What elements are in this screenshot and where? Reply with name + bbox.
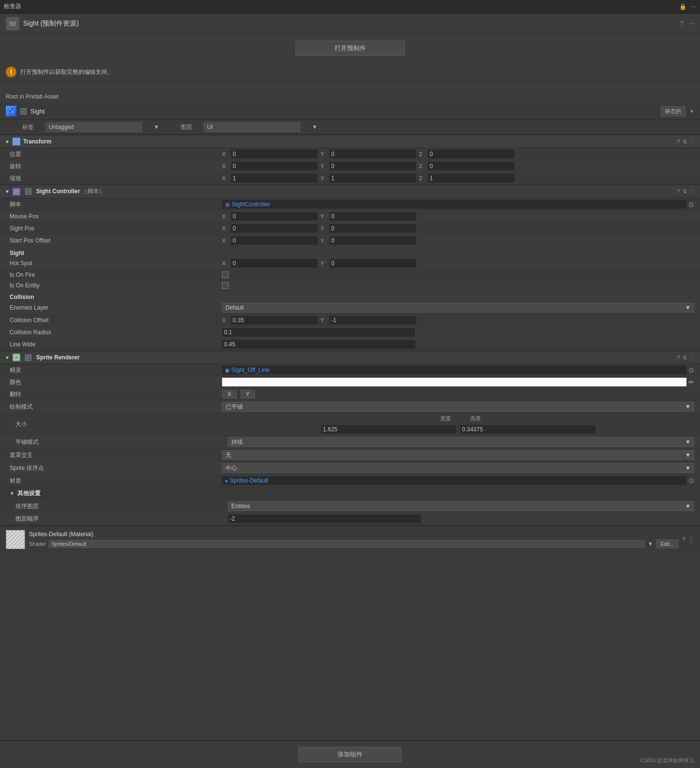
color-label: 颜色 [10, 378, 222, 386]
sight-pos-x[interactable] [231, 224, 318, 233]
scale-z[interactable] [428, 174, 515, 183]
sight-controller-help-icon[interactable]: ? [677, 188, 680, 195]
other-settings-collapse-icon[interactable]: ▼ [10, 491, 14, 496]
sorting-layer-dropdown[interactable]: Entities ▼ [228, 501, 694, 511]
sight-pos-y[interactable] [329, 224, 416, 233]
sight-pos-row: Sight Pos X Y [0, 223, 700, 235]
transform-more-icon[interactable]: ⋮ [690, 139, 695, 145]
script-select-icon[interactable]: ⊙ [688, 200, 694, 208]
tile-mode-dropdown[interactable]: 持续 ▼ [228, 437, 694, 447]
transform-help-icon[interactable]: ? [677, 139, 680, 145]
scale-x[interactable] [231, 174, 318, 183]
start-pos-offset-x[interactable] [231, 236, 318, 245]
sight-object-row: Sight 静态的 ▼ [0, 103, 700, 120]
static-dropdown-arrow[interactable]: ▼ [689, 109, 694, 114]
more-icon[interactable]: ⋯ [688, 20, 694, 27]
mask-dropdown[interactable]: 无 ▼ [222, 450, 694, 460]
open-prefab-button[interactable]: 打开预制件 [295, 41, 405, 56]
layer-select[interactable]: UI [204, 122, 300, 132]
tag-select[interactable]: Untagged [45, 122, 142, 132]
flip-y-button[interactable]: Y [240, 390, 255, 398]
sight-active-checkbox[interactable] [20, 108, 27, 114]
position-x[interactable] [231, 150, 318, 158]
enemies-layer-label: Enemies Layer [10, 304, 222, 311]
shader-select[interactable]: Sprites/Default [49, 540, 644, 548]
help-icon[interactable]: ? [680, 20, 684, 27]
transform-collapse-icon[interactable]: ▼ [5, 139, 10, 144]
rotation-label: 旋转 [10, 162, 222, 171]
hot-spot-y[interactable] [329, 259, 416, 268]
start-pos-offset-fields: X Y [222, 236, 416, 245]
height-input[interactable] [460, 425, 595, 434]
sight-controller-more-icon[interactable]: ⋮ [690, 188, 695, 195]
collision-offset-x[interactable] [231, 316, 318, 325]
svg-rect-0 [9, 22, 16, 23]
tile-mode-arrow: ▼ [685, 439, 691, 445]
more-icon[interactable]: ⋯ [690, 3, 696, 10]
sprite-select-icon[interactable]: ⊙ [688, 366, 694, 374]
color-field[interactable] [222, 378, 686, 386]
start-pos-offset-y[interactable] [329, 236, 416, 245]
scale-y[interactable] [329, 174, 416, 183]
sprite-renderer-settings-icon[interactable]: ⇅ [683, 355, 687, 361]
width-input[interactable] [321, 425, 456, 434]
sprite-renderer-section-header: ▼ Sprite Renderer ? ⇅ ⋮ [0, 351, 700, 364]
material-select-icon[interactable]: ⊙ [688, 477, 694, 484]
order-label: Sprite 排序点 [10, 464, 222, 472]
rotation-z[interactable] [428, 162, 515, 171]
mouse-pos-x[interactable] [231, 212, 318, 221]
hot-spot-x[interactable] [231, 259, 318, 268]
collision-group-label-row: Collision [0, 291, 700, 301]
sprite-renderer-more-icon[interactable]: ⋮ [690, 355, 695, 361]
sight-controller-collapse-icon[interactable]: ▼ [5, 189, 10, 194]
material-shader-row: Shader Sprites/Default ▼ Edit... [29, 540, 678, 548]
sorting-layer-arrow: ▼ [685, 503, 691, 510]
scale-row: 缩放 X Y Z [0, 172, 700, 185]
position-y[interactable] [329, 150, 416, 158]
sprite-renderer-icon [13, 354, 20, 361]
other-settings-row: ▼ 其他设置 [0, 487, 700, 500]
collision-offset-y[interactable] [329, 316, 416, 325]
material-more-icon[interactable]: ⋮ [688, 536, 694, 543]
rotation-y[interactable] [329, 162, 416, 171]
tile-mode-row: 平铺模式 持续 ▼ [0, 436, 700, 449]
tile-mode-label: 平铺模式 [15, 438, 228, 446]
warning-icon: ! [6, 67, 16, 77]
order-in-layer-input[interactable] [228, 514, 421, 523]
flip-row: 翻转 X Y [0, 388, 700, 400]
material-help-icon[interactable]: ? [682, 536, 686, 543]
material-icon: ● [225, 478, 228, 484]
sight-controller-title: Sight Controller （脚本） [36, 187, 674, 196]
sprite-renderer-active-checkbox[interactable] [25, 355, 31, 361]
enemies-layer-dropdown[interactable]: Default ▼ [222, 303, 694, 313]
collision-radius-label: Collision Radius [10, 329, 222, 336]
scale-fields: X Y Z [222, 174, 515, 183]
sprite-renderer-help-icon[interactable]: ? [677, 355, 680, 361]
rotation-x[interactable] [231, 162, 318, 171]
position-z[interactable] [428, 150, 515, 158]
edit-button[interactable]: Edit... [656, 540, 678, 548]
add-component-button[interactable]: 添加组件 [298, 747, 402, 762]
is-on-entity-checkbox[interactable] [222, 282, 229, 289]
sprite-renderer-collapse-icon[interactable]: ▼ [5, 355, 10, 360]
sight-controller-active-checkbox[interactable] [25, 188, 31, 195]
sight-controller-settings-icon[interactable]: ⇅ [683, 188, 687, 195]
draw-mode-dropdown[interactable]: 已平铺 ▼ [222, 402, 694, 412]
collision-radius-input[interactable] [222, 328, 415, 337]
top-bar-title: 检查器 [4, 2, 21, 11]
order-dropdown[interactable]: 中心 ▼ [222, 463, 694, 473]
mouse-pos-y[interactable] [329, 212, 416, 221]
line-wide-input[interactable] [222, 340, 415, 349]
color-picker-icon[interactable]: ✏ [688, 378, 694, 386]
collision-offset-row: Collision Offset X Y [0, 314, 700, 327]
is-on-fire-checkbox[interactable] [222, 271, 229, 278]
flip-x-button[interactable]: X [222, 390, 237, 398]
lock-icon: 🔒 [679, 3, 686, 10]
tag-layer-row: 标签 Untagged ▼ 图层 UI ▼ [0, 120, 700, 135]
size-label: 大小 [10, 420, 222, 428]
sorting-layer-row: 排序图层 Entities ▼ [0, 500, 700, 513]
transform-settings-icon[interactable]: ⇅ [683, 139, 687, 145]
svg-rect-2 [9, 25, 16, 26]
material-icons: ? ⋮ [682, 536, 694, 543]
script-label: 脚本 [10, 200, 222, 209]
